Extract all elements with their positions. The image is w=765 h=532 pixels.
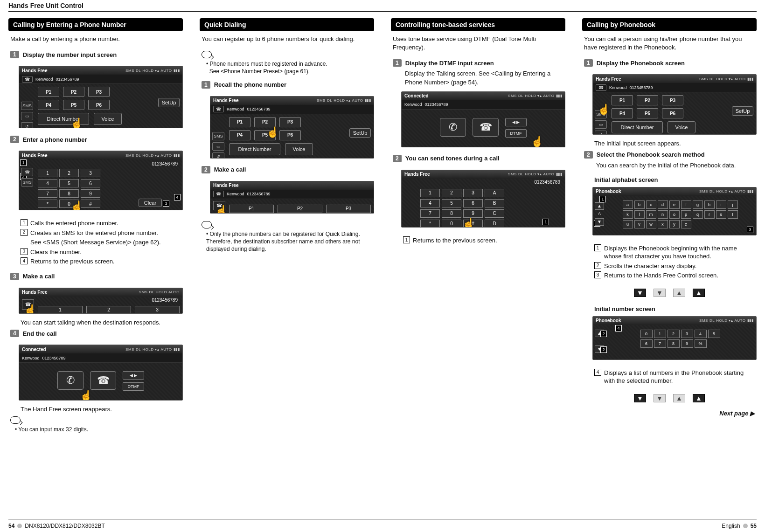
dtmf-button[interactable]: DTMF — [123, 382, 144, 391]
book-icon[interactable]: ▭ — [21, 112, 33, 120]
hangup-icon[interactable]: ☎ — [90, 371, 116, 390]
clear-button[interactable]: Clear — [139, 199, 162, 207]
sms-icon[interactable]: SMS — [212, 132, 224, 140]
preset-p2-button[interactable]: P2 — [63, 87, 84, 97]
key-1[interactable]: 1 — [38, 306, 83, 314]
sms-icon[interactable]: SMS — [21, 102, 33, 110]
key-d[interactable]: D — [485, 220, 504, 228]
redial-icon[interactable]: ↺ — [21, 122, 33, 128]
alpha-key-z[interactable]: z — [681, 220, 691, 228]
voice-button[interactable]: Voice — [94, 113, 122, 125]
pickup-icon[interactable]: ✆ — [440, 118, 466, 137]
speaker-button[interactable]: ◀ ▶ — [505, 118, 527, 126]
alpha-key-f[interactable]: f — [681, 200, 691, 209]
alpha-key-w[interactable]: w — [646, 220, 656, 228]
alpha-key-v[interactable]: v — [634, 220, 645, 228]
preset-p3-button[interactable]: P3 — [279, 117, 301, 127]
num-key-%[interactable]: % — [695, 339, 707, 348]
key-hash[interactable]: # — [81, 200, 100, 208]
sms-icon[interactable]: SMS — [21, 178, 33, 187]
num-key-5[interactable]: 5 — [708, 330, 720, 338]
alpha-key-i[interactable]: i — [716, 200, 726, 209]
num-key-4[interactable]: 4 — [695, 330, 707, 338]
key-b[interactable]: B — [485, 199, 504, 207]
key-4[interactable]: 4 — [38, 179, 57, 187]
key-7[interactable]: 7 — [38, 189, 57, 198]
setup-button[interactable]: SetUp — [158, 98, 180, 107]
direct-number-button[interactable]: Direct Number — [612, 121, 663, 133]
preset-p2-button[interactable]: P2 — [254, 117, 276, 127]
key-7[interactable]: 7 — [420, 209, 440, 218]
scroll-down-button[interactable]: ▼ — [595, 218, 604, 226]
voice-button[interactable]: Voice — [668, 121, 695, 133]
key-8[interactable]: 8 — [442, 209, 461, 218]
num-key-2[interactable]: 2 — [668, 330, 680, 338]
key-1[interactable]: 1 — [420, 189, 440, 197]
alpha-key-s[interactable]: s — [716, 210, 726, 219]
key-0[interactable]: 0 — [442, 220, 461, 228]
key-5[interactable]: 5 — [59, 179, 79, 187]
num-key-3[interactable]: 3 — [681, 330, 693, 338]
setup-button[interactable]: SetUp — [732, 106, 753, 116]
preset-p5-button[interactable]: P5 — [637, 108, 658, 118]
num-key-7[interactable]: 7 — [654, 339, 666, 348]
preset-p2-button[interactable]: P2 — [637, 95, 658, 105]
key-6[interactable]: 6 — [463, 199, 483, 207]
key-8[interactable]: 8 — [59, 189, 79, 198]
num-key-0[interactable]: 0 — [640, 330, 653, 338]
alpha-key-r[interactable]: r — [704, 210, 715, 219]
redial-icon[interactable]: ↺ — [595, 131, 607, 135]
num-key-1[interactable]: 1 — [654, 330, 666, 338]
alpha-key-k[interactable]: k — [623, 210, 633, 219]
key-3[interactable]: 3 — [463, 189, 483, 197]
key-star[interactable]: * — [420, 220, 440, 228]
alpha-key-t[interactable]: t — [728, 210, 738, 219]
key-2[interactable]: 2 — [86, 306, 131, 314]
key-3[interactable]: 3 — [135, 306, 180, 314]
alpha-key-u[interactable]: u — [623, 220, 633, 228]
alpha-key-l[interactable]: l — [634, 210, 645, 219]
key-1[interactable]: 1 — [38, 169, 57, 177]
alpha-key-n[interactable]: n — [658, 210, 668, 219]
alpha-key-h[interactable]: h — [704, 200, 715, 209]
preset-p6-button[interactable]: P6 — [662, 108, 683, 118]
key-2[interactable]: 2 — [59, 169, 79, 177]
direct-number-button[interactable]: Direct Number — [229, 143, 280, 155]
key-5[interactable]: 5 — [442, 199, 461, 207]
key-a[interactable]: A — [485, 189, 504, 197]
alpha-key-j[interactable]: j — [728, 200, 738, 209]
key-9[interactable]: 9 — [81, 189, 100, 198]
preset-p1-button[interactable]: P1 — [229, 205, 274, 213]
key-c[interactable]: C — [485, 209, 504, 218]
preset-p5-button[interactable]: P5 — [63, 100, 84, 110]
key-6[interactable]: 6 — [81, 179, 100, 187]
preset-p4-button[interactable]: P4 — [612, 108, 633, 118]
dtmf-button[interactable]: DTMF — [505, 129, 527, 138]
hangup-icon[interactable]: ☎ — [473, 118, 499, 137]
phone-icon[interactable]: ☎ — [21, 168, 33, 176]
alpha-key-o[interactable]: o — [669, 210, 680, 219]
alpha-key-g[interactable]: g — [693, 200, 703, 209]
alpha-key-a[interactable]: a — [623, 200, 633, 209]
book-icon[interactable]: ▭ — [212, 142, 224, 151]
preset-p1-button[interactable]: P1 — [229, 117, 250, 127]
preset-p3-button[interactable]: P3 — [88, 87, 110, 97]
preset-p1-button[interactable]: P1 — [38, 87, 59, 97]
num-key-9[interactable]: 9 — [681, 339, 693, 348]
alpha-key-p[interactable]: p — [681, 210, 691, 219]
key-9[interactable]: 9 — [463, 209, 483, 218]
key-3[interactable]: 3 — [81, 169, 100, 177]
alpha-key-x[interactable]: x — [658, 220, 668, 228]
preset-p3-button[interactable]: P3 — [326, 205, 371, 213]
setup-button[interactable]: SetUp — [349, 128, 371, 138]
key-2[interactable]: 2 — [442, 189, 461, 197]
key-4[interactable]: 4 — [420, 199, 440, 207]
preset-p4-button[interactable]: P4 — [229, 130, 250, 140]
phone-icon[interactable]: ☎ — [22, 76, 33, 83]
preset-p1-button[interactable]: P1 — [612, 95, 633, 105]
num-key-6[interactable]: 6 — [640, 339, 653, 348]
preset-p2-button[interactable]: P2 — [278, 205, 322, 213]
pickup-icon[interactable]: ✆ — [57, 371, 83, 390]
alpha-key-b[interactable]: b — [634, 200, 645, 209]
key-star[interactable]: * — [38, 200, 57, 208]
